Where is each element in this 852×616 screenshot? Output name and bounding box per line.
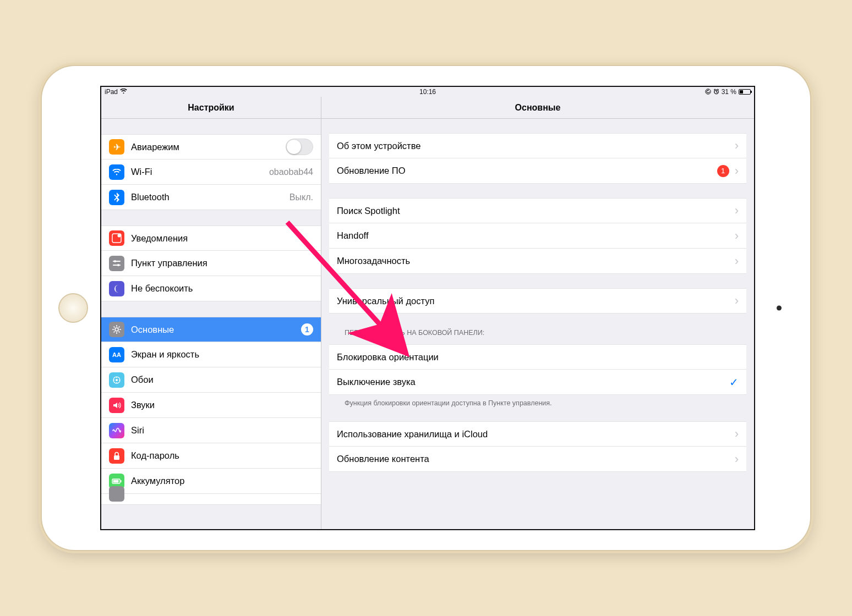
chevron-right-icon: › (735, 453, 739, 465)
chevron-right-icon: › (735, 295, 739, 307)
badge: 1 (717, 165, 729, 177)
detail-title: Основные (321, 97, 754, 118)
settings-sidebar[interactable]: ✈ Авиарежим Wi-Fi obaobab44 (101, 119, 321, 529)
sidebar-item-display[interactable]: AA Экран и яркость (101, 342, 321, 367)
display-icon: AA (109, 347, 124, 362)
battery-percent: 31 % (722, 88, 736, 96)
sidebar-item-label: Звуки (131, 400, 155, 410)
row-label: Обновление ПО (337, 166, 406, 176)
sidebar-item-general[interactable]: Основные 1 (101, 317, 321, 342)
sidebar-item-label: Код-пароль (131, 450, 179, 461)
row-label: Универсальный доступ (337, 296, 434, 306)
row-software-update[interactable]: Обновление ПО 1 › (329, 158, 746, 184)
row-label: Выключение звука (337, 377, 416, 387)
chevron-right-icon: › (735, 428, 739, 440)
sidebar-item-wifi[interactable]: Wi-Fi obaobab44 (101, 160, 321, 185)
status-bar: iPad 10:16 31 % (101, 87, 754, 97)
svg-point-11 (116, 377, 117, 378)
sidebar-item-sounds[interactable]: Звуки (101, 393, 321, 418)
sidebar-item-siri[interactable]: Siri (101, 418, 321, 443)
sidebar-item-label: Пункт управления (131, 258, 207, 268)
svg-point-12 (116, 382, 117, 383)
sidebar-item-airplane[interactable]: ✈ Авиарежим (101, 134, 321, 160)
moon-icon (109, 281, 124, 296)
chevron-right-icon: › (735, 255, 739, 267)
row-handoff[interactable]: Handoff › (329, 223, 746, 249)
header-bar: Настройки Основные (101, 97, 754, 119)
chevron-right-icon: › (735, 205, 739, 217)
lock-icon (109, 448, 124, 464)
side-switch-header: ПЕРЕКЛЮЧАТЕЛЬ НА БОКОВОЙ ПАНЕЛИ: (329, 326, 746, 340)
checkmark-icon: ✓ (729, 376, 739, 389)
sidebar-item-label: Обои (131, 375, 154, 385)
chevron-right-icon: › (735, 140, 739, 152)
airplane-icon: ✈ (109, 139, 124, 155)
wifi-network-value: obaobab44 (269, 167, 313, 177)
sidebar-item-label: Аккумулятор (131, 476, 184, 486)
sidebar-item-label: Не беспокоить (131, 283, 193, 294)
row-spotlight[interactable]: Поиск Spotlight › (329, 198, 746, 223)
row-mute[interactable]: Выключение звука ✓ (329, 370, 746, 395)
sidebar-item-label: Авиарежим (131, 142, 179, 152)
sidebar-item-battery[interactable]: Аккумулятор (101, 469, 321, 494)
row-accessibility[interactable]: Универсальный доступ › (329, 288, 746, 314)
svg-rect-15 (114, 455, 119, 460)
rotation-lock-icon (705, 89, 711, 96)
row-multitasking[interactable]: Многозадачность › (329, 249, 746, 274)
wallpaper-icon (109, 372, 124, 388)
svg-point-13 (113, 380, 114, 381)
status-time: 10:16 (419, 88, 436, 96)
alarm-icon (713, 89, 719, 96)
svg-rect-17 (121, 480, 122, 482)
row-label: Блокировка ориентации (337, 352, 439, 362)
sidebar-item-notifications[interactable]: Уведомления (101, 226, 321, 251)
row-label: Handoff (337, 230, 369, 241)
svg-rect-7 (113, 265, 121, 266)
sidebar-title: Настройки (101, 97, 321, 118)
row-label: Поиск Spotlight (337, 206, 400, 216)
sidebar-item-control-center[interactable]: Пункт управления (101, 251, 321, 276)
sidebar-item-label: Bluetooth (131, 192, 170, 202)
side-switch-footer: Функция блокировки ориентации доступна в… (329, 395, 746, 407)
sidebar-item-passcode[interactable]: Код-пароль (101, 443, 321, 469)
device-label: iPad (105, 88, 118, 96)
siri-icon (109, 423, 124, 438)
airplane-switch[interactable] (286, 139, 313, 155)
chevron-right-icon: › (735, 165, 739, 177)
svg-point-10 (116, 379, 118, 381)
battery-icon (739, 89, 751, 95)
ipad-frame: iPad 10:16 31 % Настройки Основные (42, 66, 810, 550)
wifi-icon (120, 89, 127, 95)
control-center-icon (109, 256, 124, 271)
svg-rect-18 (113, 480, 119, 482)
row-label: Многозадачность (337, 256, 410, 266)
row-storage[interactable]: Использование хранилища и iCloud › (329, 421, 746, 447)
sidebar-item-label: Уведомления (131, 233, 188, 244)
notifications-icon (109, 230, 124, 246)
sidebar-item-wallpaper[interactable]: Обои (101, 367, 321, 393)
sidebar-item-label: Экран и яркость (131, 349, 199, 360)
front-camera (777, 306, 782, 311)
bluetooth-icon (109, 190, 124, 205)
sidebar-item-label: Wi-Fi (131, 167, 152, 177)
sidebar-item-dnd[interactable]: Не беспокоить (101, 276, 321, 301)
gear-icon (109, 322, 124, 337)
speaker-icon (109, 398, 124, 413)
svg-rect-5 (113, 261, 121, 262)
home-button[interactable] (58, 293, 88, 323)
row-label: Обновление контента (337, 454, 429, 464)
svg-point-3 (118, 234, 121, 238)
row-background-refresh[interactable]: Обновление контента › (329, 447, 746, 472)
general-detail-pane[interactable]: Об этом устройстве › Обновление ПО 1 › П… (321, 119, 754, 529)
svg-point-8 (115, 328, 118, 331)
wifi-icon (109, 164, 124, 180)
sidebar-item-bluetooth[interactable]: Bluetooth Выкл. (101, 185, 321, 210)
bluetooth-status-value: Выкл. (290, 193, 313, 202)
sidebar-item-privacy[interactable] (101, 494, 321, 505)
badge: 1 (301, 323, 313, 336)
row-label: Об этом устройстве (337, 141, 420, 151)
row-about[interactable]: Об этом устройстве › (329, 133, 746, 158)
row-lock-rotation[interactable]: Блокировка ориентации (329, 344, 746, 370)
hand-icon (109, 486, 124, 502)
sidebar-item-label: Основные (131, 324, 174, 335)
